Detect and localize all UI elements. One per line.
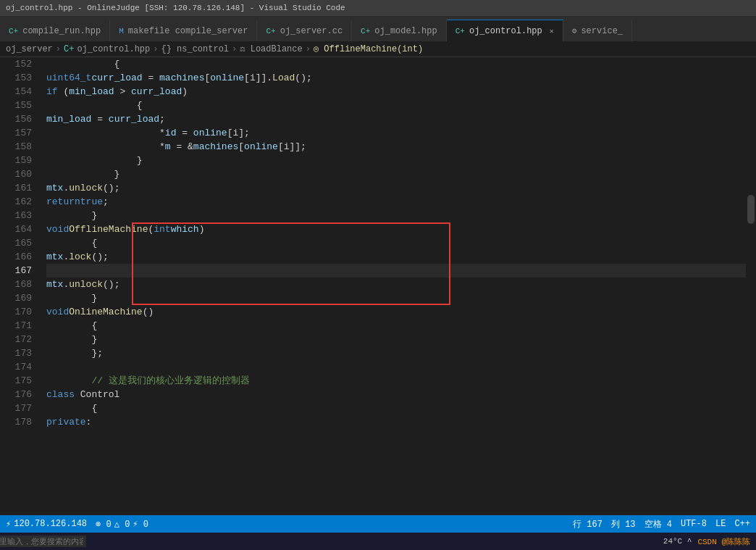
code-line: } [46,333,756,346]
line-numbers: 1521531541551561571581591601611621631641… [0,57,38,515]
code-area: 1521531541551561571581591601611621631641… [0,57,756,515]
bc-sep-1: › [56,44,61,54]
tab-label-oj-control: oj_control.hpp [469,26,542,36]
line-number: 178 [0,415,32,429]
code-line: *id = online[i]; [46,126,756,140]
status-spaces[interactable]: 空格 4 [644,518,672,530]
status-info-text: ⚡ 0 [133,519,148,530]
bc-oj-server[interactable]: oj_server [6,44,53,54]
tab-service[interactable]: ⚙ service_ [563,20,632,41]
code-line: mtx.lock(); [46,250,756,264]
code-line: min_load = curr_load; [46,112,756,126]
code-line: }; [46,346,756,360]
tab-icon-makefile: M [119,27,124,36]
code-line: { [46,236,756,250]
tab-label-oj-model: oj_model.hpp [374,26,437,36]
taskbar-brand: CSDN @陈陈陈 [697,536,750,547]
code-line: } [46,209,756,222]
line-number: 169 [0,291,32,305]
line-number: 155 [0,99,32,112]
line-number: 157 [0,126,32,140]
line-number: 156 [0,112,32,126]
tab-label-makefile: makefile compile_server [128,26,248,36]
line-number: 154 [0,85,32,99]
scroll-indicator[interactable] [746,57,756,515]
line-number: 173 [0,346,32,360]
line-number: 176 [0,388,32,401]
code-line: void OnlineMachine() [46,305,756,319]
status-bar: ⚡ 120.78.126.148 ⊗ 0 △ 0 ⚡ 0 行 167 列 13 … [0,515,756,533]
status-ssh-text: 120.78.126.148 [14,519,87,529]
tab-icon-oj-server: C+ [266,27,275,36]
tab-label-service: service_ [581,26,623,36]
status-errors-text: ⊗ 0 [96,519,112,530]
bc-file[interactable]: oj_control.hpp [77,44,150,54]
tab-oj-model[interactable]: C+ oj_model.hpp [352,20,447,41]
line-number: 167 [0,264,32,278]
line-number: 160 [0,167,32,181]
tab-bar: C+ compile_run.hpp M makefile compile_se… [0,16,756,41]
code-line: return true; [46,195,756,209]
line-number: 159 [0,154,32,167]
code-content[interactable]: { uint64_t curr_load = machines[online[i… [38,57,756,515]
tab-icon-oj-control: C+ [455,27,465,36]
status-language[interactable]: C++ [734,518,750,530]
tab-compile-run[interactable]: C+ compile_run.hpp [0,20,110,41]
bc-class[interactable]: ⚖ LoadBlance [240,43,302,54]
taskbar-right: 24°C ^ CSDN @陈陈陈 [663,536,750,547]
status-line-ending[interactable]: LE [715,518,726,530]
line-number: 175 [0,374,32,388]
code-line: { [46,319,756,333]
status-col[interactable]: 列 13 [611,518,636,530]
scroll-thumb[interactable] [747,195,755,224]
breadcrumb: oj_server › C+ oj_control.hpp › {} ns_co… [0,41,756,57]
code-line: *m = &machines[online[i]]; [46,140,756,154]
code-line: mtx.unlock(); [46,278,756,291]
code-line: if (min_load > curr_load) [46,85,756,99]
code-line: { [46,57,756,71]
bc-sep-2: › [153,44,158,54]
code-line: uint64_t curr_load = machines[online[i]]… [46,71,756,85]
line-number: 168 [0,278,32,291]
status-errors[interactable]: ⊗ 0 △ 0 ⚡ 0 [96,519,148,530]
tab-oj-control[interactable]: C+ oj_control.hpp ✕ [447,20,563,41]
bc-ns[interactable]: {} ns_control [161,44,229,54]
code-line: void OfflineMachine(int which) [46,222,756,236]
bc-sep-4: › [306,44,311,54]
status-right: 行 167 列 13 空格 4 UTF-8 LE C++ [573,518,750,530]
line-number: 162 [0,195,32,209]
line-number: 177 [0,401,32,415]
line-number: 164 [0,222,32,236]
code-line: } [46,167,756,181]
taskbar-search-input[interactable] [0,536,86,547]
taskbar-search[interactable] [26,534,41,549]
bc-func[interactable]: ◎ OfflineMachine(int) [314,43,423,54]
taskbar-temp: 24°C ^ [663,537,692,546]
title-bar: oj_control.hpp - OnlineJudge [SSH: 120.7… [0,0,756,16]
tab-icon-oj-model: C+ [361,27,370,36]
status-encoding[interactable]: UTF-8 [681,518,707,530]
tab-close-oj-control[interactable]: ✕ [550,27,554,36]
line-number: 161 [0,181,32,195]
line-number: 171 [0,319,32,333]
tab-oj-server[interactable]: C+ oj_server.cc [257,20,352,41]
status-line[interactable]: 行 167 [573,518,602,530]
code-line: // 这是我们的核心业务逻辑的控制器 [46,374,756,388]
bc-sep-3: › [232,44,237,54]
code-line: mtx.unlock(); [46,181,756,195]
taskbar: ⊞ 24°C ^ CSDN @陈陈陈 [0,533,756,550]
tab-label-compile-run: compile_run.hpp [22,26,101,36]
line-number: 165 [0,236,32,250]
code-line: } [46,291,756,305]
code-line [46,360,756,374]
line-number: 170 [0,305,32,319]
bc-icon-file: C+ [64,44,74,54]
line-number: 153 [0,71,32,85]
code-line: { [46,401,756,415]
tab-icon-service: ⚙ [572,26,577,36]
tab-icon-compile-run: C+ [9,27,18,36]
status-ssh[interactable]: ⚡ 120.78.126.148 [6,519,87,530]
tab-makefile[interactable]: M makefile compile_server [110,20,257,41]
title-text: oj_control.hpp - OnlineJudge [SSH: 120.7… [6,4,345,12]
code-line: class Control [46,388,756,401]
